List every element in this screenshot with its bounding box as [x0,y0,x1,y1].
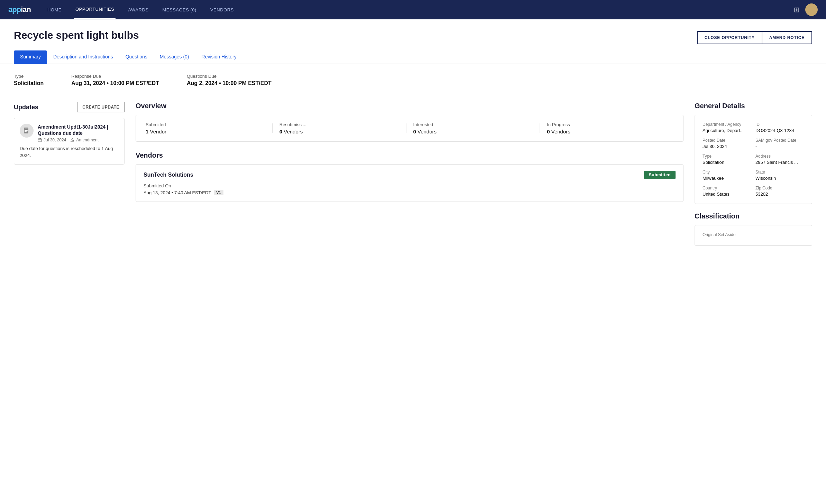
svg-rect-3 [25,129,28,129]
tabs-bar: Summary Description and Instructions Que… [0,50,826,64]
classification-title: Classification [695,212,812,220]
interested-label: Interested [413,122,533,127]
in-progress-value: 0 Vendors [547,129,667,134]
svg-rect-5 [25,131,27,132]
main-content: Updates CREATE UPDATE Amendment Updt1-30… [0,92,826,255]
original-set-aside-label: Original Set Aside [703,232,804,237]
version-badge: V1 [214,190,223,195]
type-detail-label: Type [703,154,751,159]
country-value: United States [703,192,751,197]
response-due-label: Response Due [71,74,159,79]
posted-date-field: Posted Date Jul 30, 2024 [703,138,751,149]
summary-fields: Type Solicitation Response Due Aug 31, 2… [0,64,826,92]
overview-stat-resubmission: Resubmissi... 0 Vendors [273,122,406,134]
update-card-meta: Jul 30, 2024 Amendment [38,138,119,142]
submitted-value: 1 Vendor [146,129,265,134]
appian-logo: appian [8,5,31,14]
tab-summary[interactable]: Summary [14,50,47,64]
general-details-title: General Details [695,102,812,110]
tab-description[interactable]: Description and Instructions [47,50,119,64]
svg-point-11 [72,141,73,141]
city-value: Milwaukee [703,176,751,181]
page-title: Recycle spent light bulbs [14,29,139,41]
svg-rect-4 [25,130,28,131]
general-details-card: Department / Agency Agriculture, Depart.… [695,115,812,204]
center-column: Overview Submitted 1 Vendor Resubmissi..… [136,102,683,202]
type-label: Type [14,74,44,79]
zip-code-label: Zip Code [755,186,804,190]
vendor-card: SunTech Solutions Submitted Submitted On… [136,164,683,202]
submitted-label: Submitted [146,122,265,127]
update-icon [20,124,34,138]
updates-title: Updates [14,104,38,111]
zip-code-field: Zip Code 53202 [755,186,804,197]
posted-date-label: Posted Date [703,138,751,143]
nav-right-section: ⊞ [794,3,818,16]
grid-icon[interactable]: ⊞ [794,6,800,14]
amend-notice-button[interactable]: AMEND NOTICE [762,31,812,44]
header-actions: CLOSE OPPORTUNITY AMEND NOTICE [697,31,812,44]
overview-title: Overview [136,102,683,110]
update-card: Amendment Updt1-30Jul2024 | Questions du… [14,118,125,165]
page-header: Recycle spent light bulbs CLOSE OPPORTUN… [0,19,826,44]
questions-due-field: Questions Due Aug 2, 2024 • 10:00 PM EST… [187,74,272,86]
svg-rect-8 [39,138,39,139]
svg-point-0 [809,6,814,11]
avatar[interactable] [805,3,818,16]
tab-messages[interactable]: Messages (0) [154,50,195,64]
country-field: Country United States [703,186,751,197]
dept-agency-value: Agriculture, Depart... [703,128,751,133]
nav-opportunities[interactable]: OPPORTUNITIES [74,0,116,19]
state-value: Wisconsin [755,176,804,181]
nav-home[interactable]: HOME [46,1,63,19]
address-field: Address 2957 Saint Francis ... [755,154,804,165]
svg-rect-6 [38,139,42,142]
details-grid: Department / Agency Agriculture, Depart.… [703,122,804,197]
sam-posted-date-label: SAM.gov Posted Date [755,138,804,143]
interested-value: 0 Vendors [413,129,533,134]
nav-messages[interactable]: MESSAGES (0) [161,1,198,19]
submitted-on-value: Aug 13, 2024 • 7:40 AM EST/EDT V1 [144,190,676,195]
type-field: Type Solicitation [14,74,44,86]
navigation: appian HOME OPPORTUNITIES AWARDS MESSAGE… [0,0,826,19]
update-type: Amendment [70,138,99,142]
id-label: ID [755,122,804,127]
id-field: ID DOS2024-Q3-1234 [755,122,804,133]
address-value: 2957 Saint Francis ... [755,160,804,165]
classification-card: Original Set Aside [695,225,812,246]
posted-date-value: Jul 30, 2024 [703,144,751,149]
svg-rect-9 [40,138,41,139]
submitted-badge: Submitted [644,171,676,179]
vendors-title: Vendors [136,151,683,159]
create-update-button[interactable]: CREATE UPDATE [77,102,125,112]
overview-stat-interested: Interested 0 Vendors [406,122,540,134]
overview-stat-submitted: Submitted 1 Vendor [146,122,272,134]
dept-agency-field: Department / Agency Agriculture, Depart.… [703,122,751,133]
submitted-on-label: Submitted On [144,183,676,188]
type-detail-field: Type Solicitation [703,154,751,165]
resubmission-label: Resubmissi... [279,122,399,127]
update-date: Jul 30, 2024 [38,138,66,142]
state-label: State [755,170,804,175]
dept-agency-label: Department / Agency [703,122,751,127]
tab-revision-history[interactable]: Revision History [195,50,243,64]
update-card-text: Amendment Updt1-30Jul2024 | Questions du… [38,124,119,142]
city-field: City Milwaukee [703,170,751,181]
nav-vendors[interactable]: VENDORS [209,1,235,19]
tab-questions[interactable]: Questions [119,50,154,64]
updates-header: Updates CREATE UPDATE [14,102,125,112]
vendor-name: SunTech Solutions [144,172,193,178]
page-content: Recycle spent light bulbs CLOSE OPPORTUN… [0,19,826,504]
type-value: Solicitation [14,80,44,86]
state-field: State Wisconsin [755,170,804,181]
in-progress-label: In Progress [547,122,667,127]
update-card-body: Due date for questions is rescheduled to… [20,145,119,159]
sam-posted-date-value: - [755,144,804,149]
overview-stat-in-progress: In Progress 0 Vendors [540,122,673,134]
country-label: Country [703,186,751,190]
resubmission-value: 0 Vendors [279,129,399,134]
nav-awards[interactable]: AWARDS [127,1,150,19]
close-opportunity-button[interactable]: CLOSE OPPORTUNITY [697,31,762,44]
update-card-title: Amendment Updt1-30Jul2024 | Questions du… [38,124,119,136]
update-card-header: Amendment Updt1-30Jul2024 | Questions du… [20,124,119,142]
